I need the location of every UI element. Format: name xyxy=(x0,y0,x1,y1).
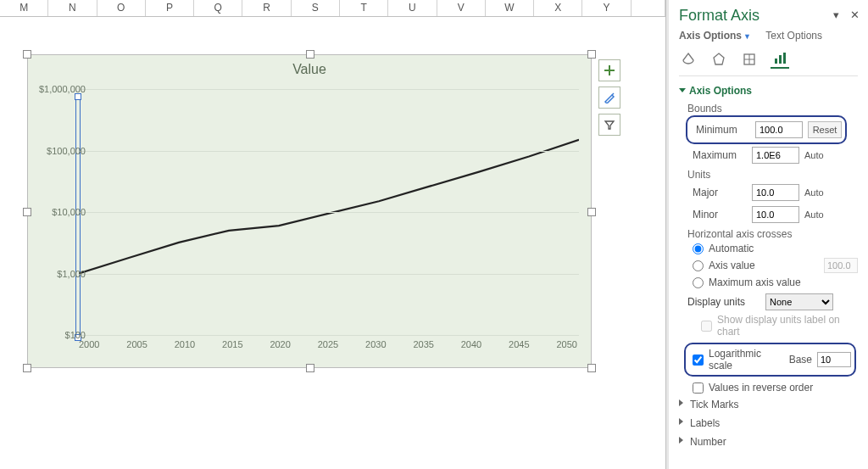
column-header[interactable]: U xyxy=(388,0,437,16)
log-scale-label: Logarithmic scale xyxy=(709,348,777,371)
svg-rect-8 xyxy=(779,55,782,64)
base-label: Base xyxy=(789,354,812,366)
minor-auto-label: Auto xyxy=(804,209,838,220)
pane-icon-tabs xyxy=(679,47,858,76)
minor-input[interactable] xyxy=(752,206,799,223)
pane-tabs: Axis Options▼ Text Options xyxy=(679,30,858,42)
plot-area[interactable] xyxy=(79,89,579,335)
section-tick-marks[interactable]: Tick Marks xyxy=(679,395,858,414)
resize-handle[interactable] xyxy=(23,50,31,59)
bounds-label: Bounds xyxy=(679,100,858,115)
close-icon[interactable]: ✕ xyxy=(850,8,860,21)
x-tick-label: 2005 xyxy=(126,339,147,349)
column-header[interactable]: R xyxy=(242,0,291,16)
svg-marker-3 xyxy=(714,53,724,64)
resize-handle[interactable] xyxy=(306,364,314,372)
reverse-order-checkbox[interactable] xyxy=(693,382,704,394)
pane-title: Format Axis xyxy=(679,7,858,25)
x-tick-label: 2015 xyxy=(222,339,242,349)
hac-max-radio[interactable] xyxy=(693,277,704,288)
hac-automatic-label: Automatic xyxy=(709,243,754,254)
section-tick-marks-label: Tick Marks xyxy=(690,399,739,410)
section-labels-label: Labels xyxy=(690,417,720,429)
x-tick-label: 2045 xyxy=(509,339,529,349)
hac-axis-value-radio[interactable] xyxy=(693,260,704,271)
x-tick-label: 2020 xyxy=(270,339,290,349)
chart-styles-button[interactable] xyxy=(598,87,620,109)
major-auto-label: Auto xyxy=(804,187,838,198)
minimum-reset-button[interactable]: Reset xyxy=(808,121,842,138)
fill-line-icon[interactable] xyxy=(679,50,698,69)
resize-handle[interactable] xyxy=(587,50,596,59)
resize-handle[interactable] xyxy=(587,364,596,372)
axis-options-icon[interactable] xyxy=(771,50,789,69)
hac-max-label: Maximum axis value xyxy=(709,276,801,288)
chart-elements-button[interactable] xyxy=(598,59,620,81)
column-header[interactable]: Y xyxy=(582,0,631,16)
y-tick-label: $1,000,000 xyxy=(30,84,86,94)
chevron-down-icon[interactable]: ▼ xyxy=(743,32,751,41)
column-header[interactable]: P xyxy=(146,0,194,16)
column-header[interactable]: Q xyxy=(194,0,242,16)
worksheet-area[interactable]: MNOPQRSTUVWXY Value 20002005201020152020… xyxy=(0,0,666,469)
column-header[interactable]: X xyxy=(534,0,582,16)
format-axis-pane: ▾ ✕ Format Axis Axis Options▼ Text Optio… xyxy=(666,0,868,469)
maximum-input[interactable] xyxy=(752,147,799,164)
y-tick-label: $100 xyxy=(30,330,86,340)
chart-side-buttons xyxy=(598,59,620,141)
x-tick-label: 2000 xyxy=(79,339,99,349)
column-header[interactable]: W xyxy=(486,0,534,16)
column-header[interactable]: T xyxy=(340,0,388,16)
tab-text-options[interactable]: Text Options xyxy=(765,30,822,42)
major-label: Major xyxy=(693,187,747,198)
column-header[interactable]: O xyxy=(97,0,146,16)
base-input[interactable] xyxy=(817,352,851,367)
section-labels[interactable]: Labels xyxy=(679,414,858,433)
column-header[interactable]: V xyxy=(437,0,486,16)
pane-options-icon[interactable]: ▾ xyxy=(833,8,839,21)
chart-filters-button[interactable] xyxy=(598,114,620,136)
display-units-select[interactable]: None xyxy=(765,293,833,310)
hac-label: Horizontal axis crosses xyxy=(679,226,858,241)
resize-handle[interactable] xyxy=(587,208,596,216)
chart-title[interactable]: Value xyxy=(28,55,591,81)
hac-axis-value-input xyxy=(824,258,858,273)
minor-label: Minor xyxy=(693,209,747,221)
column-header[interactable]: N xyxy=(48,0,97,16)
embedded-chart[interactable]: Value 2000200520102015202020252030203520… xyxy=(27,54,592,368)
size-properties-icon[interactable] xyxy=(740,50,759,69)
reverse-order-label: Values in reverse order xyxy=(709,382,813,394)
minimum-label: Minimum xyxy=(696,124,750,136)
x-tick-label: 2050 xyxy=(556,339,576,349)
minimum-input[interactable] xyxy=(755,121,803,138)
x-tick-label: 2030 xyxy=(365,339,386,349)
resize-handle[interactable] xyxy=(23,364,31,372)
y-tick-label: $1,000 xyxy=(30,269,86,279)
effects-icon[interactable] xyxy=(709,50,728,69)
hac-automatic-radio[interactable] xyxy=(693,243,704,254)
column-header[interactable]: S xyxy=(292,0,340,16)
show-du-label-checkbox xyxy=(701,321,712,332)
section-number[interactable]: Number xyxy=(679,433,858,451)
svg-rect-9 xyxy=(783,53,786,64)
display-units-label: Display units xyxy=(687,296,760,308)
section-number-label: Number xyxy=(690,436,726,448)
column-header[interactable]: M xyxy=(0,0,48,16)
hac-axis-value-label: Axis value xyxy=(709,260,755,271)
svg-rect-7 xyxy=(775,59,777,64)
resize-handle[interactable] xyxy=(306,50,314,59)
x-tick-label: 2040 xyxy=(461,339,481,349)
svg-line-2 xyxy=(612,93,614,95)
maximum-auto-label: Auto xyxy=(804,150,838,160)
y-tick-label: $10,000 xyxy=(30,207,86,217)
section-axis-options[interactable]: Axis Options xyxy=(679,81,858,100)
x-tick-label: 2025 xyxy=(318,339,338,349)
log-scale-checkbox[interactable] xyxy=(693,355,704,366)
y-tick-label: $100,000 xyxy=(30,146,86,156)
units-label: Units xyxy=(679,166,858,181)
tab-axis-options[interactable]: Axis Options xyxy=(679,30,742,42)
x-tick-label: 2010 xyxy=(175,339,195,349)
major-input[interactable] xyxy=(752,184,799,201)
maximum-label: Maximum xyxy=(693,149,747,161)
column-header[interactable] xyxy=(632,0,665,16)
